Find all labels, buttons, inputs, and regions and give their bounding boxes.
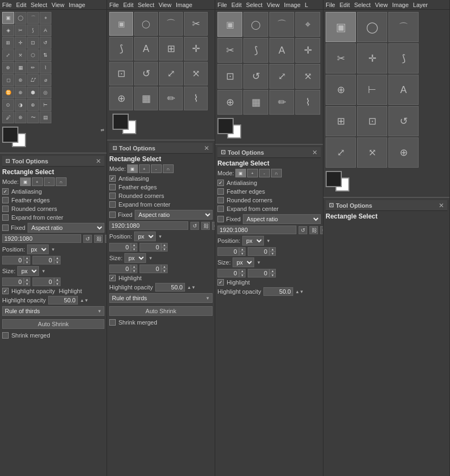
mode-subtract-2[interactable]: - xyxy=(151,164,162,173)
tool-measure[interactable]: ⊢ xyxy=(39,99,51,111)
sx-i-3[interactable] xyxy=(217,269,239,277)
tool-paintbrush[interactable]: ⌇ xyxy=(39,62,51,74)
sz-x-inp-2[interactable] xyxy=(109,265,131,273)
tool-levels[interactable]: ▤ xyxy=(39,111,51,123)
tool-lg-lasso-2[interactable]: ⌒ xyxy=(159,12,183,36)
t4-ellipse[interactable]: ◯ xyxy=(357,12,387,42)
tool-dodge-burn[interactable]: ◑ xyxy=(15,99,27,111)
tool-lg-move-2[interactable]: ✛ xyxy=(184,37,208,61)
size-x-up-1[interactable]: ▲ xyxy=(24,277,30,282)
close-2[interactable]: ✕ xyxy=(204,144,209,152)
hop-inp-3[interactable] xyxy=(263,287,293,296)
mode-add-1[interactable]: + xyxy=(32,177,43,186)
pos-px-2[interactable]: px xyxy=(134,232,156,241)
mode-intersect-1[interactable]: ∩ xyxy=(56,177,67,186)
shrink-check-2[interactable] xyxy=(109,319,116,326)
py-i-3[interactable] xyxy=(248,247,269,256)
mode-subtract-1[interactable]: - xyxy=(44,177,55,186)
tool-crop[interactable]: ⊡ xyxy=(27,37,39,49)
t3-text[interactable]: A xyxy=(269,38,294,63)
sx-up-2[interactable]: ▲ xyxy=(131,265,137,269)
tool-heal[interactable]: ⊕ xyxy=(15,87,27,98)
menu-select-1[interactable]: Select xyxy=(31,2,48,8)
swap-2[interactable]: ⇄ xyxy=(212,222,215,230)
t4-scale[interactable]: ⤢ xyxy=(326,137,356,168)
tool-lg-ellipse-2[interactable]: ◯ xyxy=(134,12,158,36)
m-select-4[interactable]: Select xyxy=(354,2,371,8)
mode-a-3[interactable]: + xyxy=(247,169,258,177)
ar-sel-3[interactable]: Aspect ratio xyxy=(243,214,321,224)
m-select-3[interactable]: Select xyxy=(246,2,263,8)
tool-perspective-clone[interactable]: ⬢ xyxy=(27,87,39,98)
t3-scale[interactable]: ⤢ xyxy=(269,64,294,89)
rc-cb-3[interactable] xyxy=(217,197,224,203)
t3-crop[interactable]: ⊡ xyxy=(217,64,242,89)
t3-scissors[interactable]: ✂ xyxy=(217,38,242,63)
t4-rotate[interactable]: ↺ xyxy=(388,106,419,136)
antialiasing-check-1[interactable]: ✓ xyxy=(2,188,9,195)
tool-lg-shear-2[interactable]: ⤧ xyxy=(184,62,208,85)
menu-edit-1[interactable]: Edit xyxy=(16,2,27,8)
anti-check-2[interactable]: ✓ xyxy=(109,175,116,182)
t4-align[interactable]: ⊞ xyxy=(326,106,356,136)
sy-dn-2[interactable]: ▼ xyxy=(161,269,168,273)
pos-x-up-1[interactable]: ▲ xyxy=(24,256,30,260)
tool-paths[interactable]: ⟆ xyxy=(27,24,39,36)
tool-zoom[interactable]: ⊕ xyxy=(27,99,39,111)
shrink-merged-check-1[interactable] xyxy=(2,332,9,339)
size-input-2[interactable] xyxy=(109,221,188,230)
to-close-3[interactable]: ✕ xyxy=(312,149,317,156)
rounded-check-1[interactable] xyxy=(2,206,9,212)
tool-lg-bucket-2[interactable]: ⊕ xyxy=(109,87,133,110)
tool-smudge[interactable]: ⊙ xyxy=(2,99,14,111)
px-d-3[interactable]: ▼ xyxy=(239,252,246,256)
m-view-3[interactable]: View xyxy=(267,2,280,8)
m-layer-4[interactable]: Layer xyxy=(413,2,428,8)
chain-2[interactable]: ⛓ xyxy=(201,222,210,230)
sp-3[interactable]: px xyxy=(233,257,254,267)
tool-airbrush[interactable]: ⊛ xyxy=(15,74,27,86)
tool-move[interactable]: ✛ xyxy=(15,37,27,49)
fg-sw-3[interactable] xyxy=(217,118,234,134)
mode-r-3[interactable]: ▣ xyxy=(235,169,246,177)
tool-lg-align-2[interactable]: ⊞ xyxy=(159,37,183,61)
py-dn-2[interactable]: ▼ xyxy=(161,247,168,252)
mode-s-3[interactable]: - xyxy=(259,169,270,177)
reset-2[interactable]: ↺ xyxy=(190,222,199,230)
tool-mypaint[interactable]: ⌀ xyxy=(39,74,51,86)
swap-btn-1[interactable]: ⇄ xyxy=(105,235,107,243)
fg-sw-4[interactable] xyxy=(326,171,342,187)
tool-blur[interactable]: ◎ xyxy=(39,87,51,98)
rule-dd-2[interactable]: Rule of thirds ▼ xyxy=(109,293,213,303)
m-view-4[interactable]: View xyxy=(375,2,388,8)
tool-lg-rect-2[interactable]: ▣ xyxy=(109,12,133,36)
feather-check-2[interactable] xyxy=(109,184,116,190)
size-y-down-1[interactable]: ▼ xyxy=(54,282,61,286)
foreground-color-swatch[interactable] xyxy=(2,127,18,143)
tool-lg-brush-2[interactable]: ⌇ xyxy=(184,87,208,110)
tool-rotate[interactable]: ↺ xyxy=(39,37,51,49)
syu-3[interactable]: ▲ xyxy=(269,269,276,273)
tool-lg-paths-2[interactable]: ⟆ xyxy=(109,37,133,61)
size-y-input-1[interactable] xyxy=(32,277,54,286)
mode-replace-2[interactable]: ▣ xyxy=(127,164,138,173)
feather-check-1[interactable] xyxy=(2,197,9,203)
t3-paths[interactable]: ⟆ xyxy=(243,38,268,63)
sy-up-2[interactable]: ▲ xyxy=(161,265,168,269)
expand-check-2[interactable] xyxy=(109,201,116,208)
t3-move[interactable]: ✛ xyxy=(295,38,320,63)
tool-ellipse-select[interactable]: ◯ xyxy=(15,12,27,24)
t3-pencil[interactable]: ✏ xyxy=(269,90,294,115)
py-d-3[interactable]: ▼ xyxy=(269,252,276,256)
menu-select-2[interactable]: Select xyxy=(138,2,155,8)
px-i-3[interactable] xyxy=(217,247,239,256)
tool-pencil[interactable]: ✏ xyxy=(27,62,39,74)
menu-image-1[interactable]: Image xyxy=(69,2,85,8)
m-image-4[interactable]: Image xyxy=(392,2,409,8)
menu-edit-2[interactable]: Edit xyxy=(123,2,134,8)
tool-options-close-1[interactable]: ✕ xyxy=(96,157,101,165)
to-close-4[interactable]: ✕ xyxy=(439,202,444,209)
tool-text[interactable]: A xyxy=(39,24,51,36)
py-u-3[interactable]: ▲ xyxy=(269,247,276,252)
t4-bucket[interactable]: ⊕ xyxy=(388,137,419,168)
